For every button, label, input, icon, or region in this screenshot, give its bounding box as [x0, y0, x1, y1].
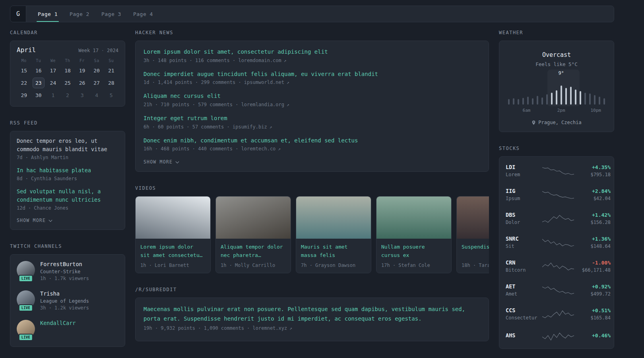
- stock-name: Consectetur: [506, 315, 542, 321]
- app-logo[interactable]: G: [10, 6, 26, 22]
- page-tab[interactable]: Page 3: [100, 6, 122, 22]
- rss-item-meta: 12d · Chance Jones: [17, 205, 118, 211]
- spark-wrap: [542, 189, 574, 200]
- stock-price: $66,171.48: [574, 267, 611, 273]
- page-tab[interactable]: Page 2: [68, 6, 91, 22]
- rss-item-title[interactable]: Donec tempor eros leo, ut commodo mauris…: [17, 137, 118, 154]
- video-title[interactable]: Suspendisse diam: [462, 243, 489, 260]
- calendar-day: 5: [104, 89, 118, 101]
- stock-change: -1.00%: [574, 260, 611, 266]
- stock-right: +2.84% $42.04: [574, 188, 611, 201]
- hackernews-item-title[interactable]: Donec imperdiet augue tincidunt felis al…: [144, 70, 481, 79]
- weather-bar: [570, 87, 572, 105]
- rss-list: Donec tempor eros leo, ut commodo mauris…: [17, 137, 118, 211]
- external-link-icon: ↗: [278, 146, 281, 152]
- rss-item-title[interactable]: In hac habitasse platea: [17, 166, 118, 175]
- external-link-icon: ↗: [289, 326, 292, 331]
- page-tab[interactable]: Page 4: [132, 6, 154, 22]
- rss-show-more-button[interactable]: SHOW MORE: [17, 217, 52, 225]
- video-thumbnail: [376, 197, 451, 239]
- calendar-day: 23: [31, 77, 46, 89]
- rss-item-title[interactable]: Sed volutpat nulla nisl, a condimentum n…: [17, 187, 118, 204]
- stock-change: +1.36%: [574, 236, 611, 242]
- video-card[interactable]: Nullam posuere cursus ex 17h · Stefan Co…: [376, 196, 452, 273]
- right-column: WEATHER Overcast Feels like 5°C 9° 6am2p…: [499, 22, 614, 349]
- hackernews-item-title[interactable]: Lorem ipsum dolor sit amet, consectetur …: [144, 48, 481, 56]
- calendar-day: 4: [89, 89, 104, 101]
- stock-row[interactable]: AHS +0.46%: [506, 326, 607, 346]
- channel-name[interactable]: Trisha: [40, 290, 89, 297]
- hackernews-item-meta: 21h · 710 points · 579 comments · loreml…: [144, 102, 481, 107]
- video-title[interactable]: Lorem ipsum dolor sit amet consectetu…: [140, 243, 206, 260]
- hackernews-item: Donec enim nibh, condimentum et accumsan…: [144, 136, 481, 152]
- twitch-channel[interactable]: LIVE Trisha League of Legends 3h · 1.2k …: [17, 290, 118, 311]
- weather-card: Overcast Feels like 5°C 9° 6am2pm10pm Pr…: [499, 41, 614, 132]
- calendar-day: 15: [17, 64, 31, 77]
- video-card[interactable]: Aliquam tempor dolor nec pharetra… 1h · …: [215, 196, 291, 273]
- weekday-label: Sa: [89, 58, 104, 63]
- rss-item: Donec tempor eros leo, ut commodo mauris…: [17, 137, 118, 160]
- video-card[interactable]: Suspendisse diam 18h · Tara: [456, 196, 489, 273]
- calendar-week-year: Week 17 · 2024: [78, 48, 118, 53]
- stock-row[interactable]: SNRC Sit +1.36% $148.64: [506, 230, 607, 254]
- page-tab[interactable]: Page 1: [37, 6, 59, 22]
- calendar-day: 24: [46, 77, 60, 89]
- stock-price: $148.64: [574, 243, 611, 249]
- calendar-day: 27: [89, 77, 104, 89]
- external-link-icon: ↗: [270, 125, 272, 130]
- dot-separator: ·: [101, 48, 104, 53]
- weather-bar: [532, 98, 533, 105]
- stock-name: Dolor: [506, 220, 542, 225]
- avatar-wrap: LIVE: [17, 290, 35, 311]
- hackernews-item-title[interactable]: Aliquam nec cursus elit: [144, 92, 481, 101]
- hackernews-item-title[interactable]: Donec enim nibh, condimentum et accumsan…: [144, 136, 481, 145]
- weather-bar: [513, 98, 514, 105]
- stock-row[interactable]: IIG Ipsum +2.84% $42.04: [506, 183, 607, 206]
- hackernews-show-more-button[interactable]: SHOW MORE: [144, 158, 179, 166]
- video-title[interactable]: Aliquam tempor dolor nec pharetra…: [221, 243, 286, 260]
- external-link-icon: ↗: [287, 102, 289, 107]
- stock-row[interactable]: AET Amet +0.92% $499.72: [506, 278, 607, 302]
- weather-bar: [561, 86, 562, 105]
- location-pin-icon: [531, 120, 536, 125]
- channel-name[interactable]: KendallCarr: [40, 320, 76, 326]
- show-more-label: SHOW MORE: [144, 159, 173, 165]
- weather-bar: [522, 98, 524, 105]
- twitch-channel[interactable]: LIVE KendallCarr: [17, 320, 118, 341]
- channel-game: League of Legends: [40, 298, 89, 304]
- video-thumbnail: [296, 197, 371, 239]
- stock-right: -1.00% $66,171.48: [574, 260, 611, 273]
- stock-ticker: IIG: [506, 188, 542, 194]
- stock-sparkline: [542, 237, 574, 247]
- stock-id: CCS Consectetur: [506, 307, 542, 321]
- channel-name[interactable]: ForrestBurton: [40, 261, 89, 267]
- video-title[interactable]: Mauris sit amet massa felis: [301, 243, 366, 260]
- subreddit-post-title[interactable]: Maecenas mollis pulvinar erat non posuer…: [144, 305, 481, 323]
- stock-row[interactable]: CCS Consectetur +0.51% $165.84: [506, 302, 607, 326]
- twitch-channel[interactable]: LIVE ForrestBurton Counter-Strike 1h · 1…: [17, 261, 118, 282]
- twitch-card: LIVE ForrestBurton Counter-Strike 1h · 1…: [10, 254, 125, 347]
- stock-row[interactable]: DBS Dolor +1.42% $156.28: [506, 206, 607, 230]
- calendar-month: April: [17, 46, 36, 54]
- hackernews-item-title[interactable]: Integer eget rutrum lorem: [144, 114, 481, 123]
- weather-section: WEATHER Overcast Feels like 5°C 9° 6am2p…: [499, 30, 614, 132]
- stock-row[interactable]: CRN Bitcorn -1.00% $66,171.48: [506, 254, 607, 278]
- rss-item-meta: 7d · Ashlyn Martin: [17, 155, 118, 160]
- stock-sparkline: [542, 331, 574, 341]
- stock-id: AHS: [506, 332, 542, 340]
- rss-heading: RSS FEED: [10, 120, 125, 126]
- video-card[interactable]: Mauris sit amet massa felis 7h · Grayson…: [296, 196, 371, 273]
- stock-name: Bitcorn: [506, 267, 542, 273]
- stock-change: +0.51%: [574, 307, 611, 313]
- video-card[interactable]: Lorem ipsum dolor sit amet consectetu… 1…: [135, 196, 211, 273]
- stock-row[interactable]: LDI Lorem +4.35% $795.18: [506, 159, 607, 183]
- calendar-day: 29: [17, 89, 31, 101]
- stock-price: $156.28: [574, 220, 611, 225]
- calendar-day: 3: [75, 89, 89, 101]
- stock-sparkline: [542, 165, 574, 176]
- video-title[interactable]: Nullam posuere cursus ex: [381, 243, 446, 260]
- external-link-icon: ↗: [287, 80, 289, 85]
- channel-viewers: 3h · 1.2k viewers: [40, 305, 89, 311]
- external-link-icon: ↗: [284, 58, 287, 63]
- rss-card: Donec tempor eros leo, ut commodo mauris…: [10, 131, 125, 230]
